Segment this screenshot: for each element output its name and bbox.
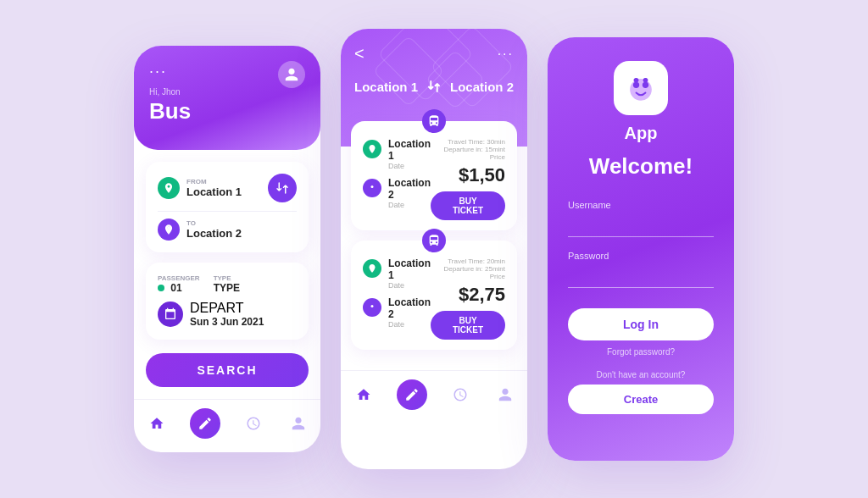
screens-container: ··· Hi, Jhon Bus FROM Location 1 <box>0 0 868 498</box>
phone-ticket-list: < ··· Location 1 Location 2 <box>341 29 527 469</box>
bus-icon-1 <box>422 109 446 133</box>
to-location: Location 2 <box>450 80 514 94</box>
phone-bus-search: ··· Hi, Jhon Bus FROM Location 1 <box>134 46 320 452</box>
password-group: Password <box>568 251 714 288</box>
ticket-body: Location 1 Date Location 2 Date <box>341 121 527 367</box>
passenger-block: PASSENGER 01 <box>158 274 200 294</box>
t2-from-icon <box>363 259 381 278</box>
username-label: Username <box>568 200 714 210</box>
type-block: TYPE TYPE <box>214 274 240 294</box>
to-icon <box>158 219 180 241</box>
search-button[interactable]: SEARCH <box>146 353 309 387</box>
header-row: < ··· <box>354 44 514 64</box>
t2-to-icon <box>363 298 381 317</box>
t1-from-icon <box>363 140 381 158</box>
bottom-nav-2 <box>341 370 527 417</box>
nav2-user[interactable] <box>493 383 517 407</box>
nav2-clock[interactable] <box>448 383 472 407</box>
location-card: FROM Location 1 TO Location 2 <box>146 162 309 252</box>
password-input[interactable] <box>568 264 714 288</box>
from-info: FROM Location 1 <box>186 178 242 198</box>
depart-row: DEPART Sun 3 Jun 2021 <box>158 301 297 328</box>
password-label: Password <box>568 251 714 261</box>
ticket-2-from: Location 1 Date <box>363 257 431 290</box>
divider <box>158 211 297 212</box>
to-row: TO Location 2 <box>158 219 297 241</box>
depart-info: DEPART Sun 3 Jun 2021 <box>190 301 264 328</box>
ticket-2-left: Location 1 Date Location 2 Date <box>363 251 431 334</box>
bus-header: ··· Hi, Jhon Bus <box>134 46 320 150</box>
locations-bar: Location 1 Location 2 <box>354 77 514 96</box>
svg-point-3 <box>630 79 652 101</box>
svg-point-2 <box>371 305 374 307</box>
from-icon <box>158 177 180 199</box>
ticket-2-right: Travel Time: 20min Departure in: 25mint … <box>431 251 505 340</box>
depart-icon <box>158 302 183 327</box>
no-account-text: Don't have an account? <box>597 370 686 379</box>
passenger-card: PASSENGER 01 TYPE TYPE <box>146 263 309 340</box>
ticket-1-left: Location 1 Date Location 2 Date <box>363 131 431 214</box>
nav2-edit-active[interactable] <box>397 379 427 410</box>
ticket-card-2: Location 1 Date Location 2 Date <box>351 241 517 350</box>
nav-edit-active[interactable] <box>190 408 220 439</box>
app-icon <box>614 61 668 115</box>
ticket-1-from: Location 1 Date <box>363 138 431 170</box>
nav-clock[interactable] <box>242 412 265 435</box>
svg-point-4 <box>633 82 639 88</box>
buy-button-1[interactable]: BUY TICKET <box>431 191 505 220</box>
t1-to-icon <box>363 179 381 197</box>
search-body: FROM Location 1 TO Location 2 <box>134 150 320 396</box>
greeting: Hi, Jhon <box>149 87 305 97</box>
ticket-2-to: Location 2 Date <box>363 296 431 329</box>
info-row: PASSENGER 01 TYPE TYPE <box>158 274 297 294</box>
to-info: TO Location 2 <box>186 219 242 240</box>
nav2-home[interactable] <box>352 383 376 407</box>
svg-point-6 <box>643 82 648 88</box>
swap-button[interactable] <box>268 174 297 202</box>
ticket-2-content: Location 1 Date Location 2 Date <box>363 251 505 340</box>
buy-button-2[interactable]: BUY TICKET <box>431 311 505 340</box>
bottom-nav <box>134 399 320 445</box>
t1-from-text: Location 1 Date <box>388 138 431 170</box>
nav-user[interactable] <box>287 412 310 435</box>
username-group: Username <box>568 200 714 237</box>
ticket-1-content: Location 1 Date Location 2 Date <box>363 131 505 220</box>
welcome-text: Welcome! <box>589 153 693 180</box>
header-dots: ··· <box>498 47 514 62</box>
nav-home[interactable] <box>145 412 169 435</box>
svg-point-1 <box>371 185 374 188</box>
forgot-password[interactable]: Forgot password? <box>607 347 675 357</box>
from-location: Location 1 <box>354 80 418 94</box>
ticket-card-1: Location 1 Date Location 2 Date <box>351 121 517 230</box>
login-screen: App Welcome! Username Password Log In Fo… <box>548 37 734 461</box>
t1-to-text: Location 2 Date <box>388 177 431 209</box>
app-name: App <box>625 124 658 143</box>
ticket-1-right: Travel Time: 30min Departure in: 15mint … <box>431 131 505 220</box>
t2-to-text: Location 2 Date <box>388 296 431 329</box>
passenger-dot <box>158 285 164 291</box>
from-row: FROM Location 1 <box>158 174 297 202</box>
swap-icon <box>425 77 443 96</box>
t1-travel-info: Travel Time: 30min Departure in: 15mint … <box>444 138 506 191</box>
t2-from-text: Location 1 Date <box>388 257 431 290</box>
avatar[interactable] <box>278 61 305 88</box>
diamond-1 <box>431 29 515 108</box>
login-button[interactable]: Log In <box>568 308 714 340</box>
phone-login: App Welcome! Username Password Log In Fo… <box>548 37 734 461</box>
bus-icon-2 <box>422 229 446 252</box>
t2-travel-info: Travel Time: 20min Departure in: 25mint … <box>444 257 506 311</box>
page-title: Bus <box>149 98 305 125</box>
username-input[interactable] <box>568 213 714 237</box>
ticket-1-to: Location 2 Date <box>363 177 431 209</box>
back-button[interactable]: < <box>354 44 364 64</box>
create-button[interactable]: Create <box>568 385 714 414</box>
